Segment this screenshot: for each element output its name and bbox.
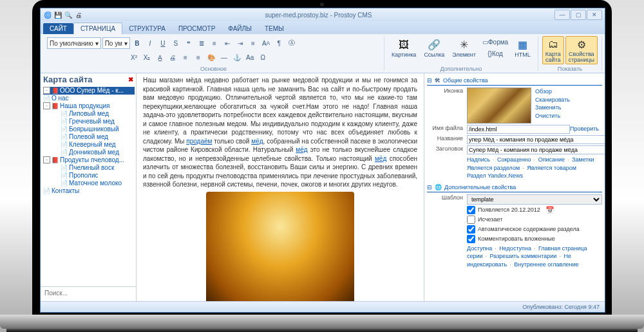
tab-files[interactable]: ФАЙЛЫ <box>222 23 258 34</box>
tree-item[interactable]: 📄Маточное молоко <box>52 180 135 187</box>
align-right-button[interactable]: ≡ <box>193 51 204 63</box>
quote-button[interactable]: ❝ <box>183 37 194 49</box>
content-paragraph[interactable]: Наш магазин мёда недавно работает на рын… <box>143 76 417 189</box>
search-input[interactable] <box>43 289 136 297</box>
collapse-icon[interactable]: ⊟ <box>427 77 432 84</box>
symbol-button[interactable]: Ω <box>257 51 269 63</box>
check-disappears[interactable] <box>467 216 475 224</box>
site-tree[interactable]: -📕ООО Супер Мёд - к...📄О нас-📕Наша проду… <box>41 86 136 286</box>
tab-themes[interactable]: ТЕМЫ <box>258 23 290 34</box>
name-field[interactable] <box>467 135 605 144</box>
print-button[interactable]: 🖨 <box>167 51 178 63</box>
link-avail[interactable]: Доступна <box>467 245 492 252</box>
action-review[interactable]: Обзор <box>535 88 552 95</box>
filename-field[interactable] <box>467 125 570 134</box>
link-is-product[interactable]: Является товаром <box>527 165 576 171</box>
fill-button[interactable]: 🎨 <box>205 51 217 63</box>
check-comment[interactable] <box>467 235 475 243</box>
style-combo[interactable]: По умолчанию▾ <box>47 37 101 49</box>
page-thumbnail[interactable] <box>467 88 531 124</box>
italic-button[interactable]: I <box>144 37 156 49</box>
tab-structure[interactable]: СТРУКТУРА <box>122 23 172 34</box>
tree-item[interactable]: 📄О нас <box>43 95 135 102</box>
insert-link-button[interactable]: 🔗Ссылка <box>421 37 448 59</box>
tab-page[interactable]: СТРАНИЦА <box>73 23 122 34</box>
hr-button[interactable]: — <box>218 51 230 63</box>
format-combo[interactable]: По ум▾ <box>102 37 130 49</box>
tree-item[interactable]: 📄Прополис <box>52 172 135 180</box>
expand-icon[interactable]: - <box>43 102 50 109</box>
action-replace[interactable]: Заменить <box>535 104 561 111</box>
paragraph-button[interactable]: ¶ <box>273 37 285 49</box>
qa-print-icon[interactable]: 🖨 <box>74 10 83 19</box>
tree-item[interactable]: 📄Полевой мед <box>52 133 135 141</box>
insert-html-button[interactable]: ▦HTML <box>511 37 534 59</box>
tab-site[interactable]: САЙТ <box>43 23 73 34</box>
tree-item[interactable]: 📄Липовый мед <box>52 110 135 118</box>
window-close[interactable]: ✕ <box>587 10 602 20</box>
insert-picture-button[interactable]: 🖼Картинка <box>388 37 419 59</box>
tree-item[interactable]: -📕Продукты пчеловод... <box>43 156 135 164</box>
content-image[interactable] <box>206 192 354 302</box>
qa-preview-icon[interactable]: 🔍 <box>64 10 73 19</box>
show-properties-button[interactable]: ⚙Свойства страницы <box>565 36 598 64</box>
expand-icon[interactable]: - <box>43 87 50 94</box>
close-icon[interactable]: ✖ <box>128 76 133 83</box>
clear-button[interactable]: Ⓐ <box>286 37 298 49</box>
link-internal[interactable]: Внутреннее оглавление <box>514 261 578 268</box>
section-common[interactable]: ⊟ 🛠 Общие свойства <box>427 76 602 86</box>
sup-button[interactable]: X² <box>128 51 140 63</box>
tab-view[interactable]: ПРОСМОТР <box>172 23 222 34</box>
tree-item[interactable]: 📄Донниковый мед <box>52 149 135 156</box>
link-caption[interactable]: Надпись <box>467 156 490 163</box>
section-more[interactable]: ⊟ 🌐 Дополнительные свойства <box>427 183 602 192</box>
window-maximize[interactable]: ▢ <box>571 10 586 20</box>
content-editor[interactable]: Наш магазин мёда недавно работает на рын… <box>137 73 424 301</box>
check-appears[interactable] <box>467 206 475 214</box>
tree-item[interactable]: 📄Пчелиный воск <box>52 164 135 172</box>
action-scan[interactable]: Сканировать <box>535 97 570 103</box>
link-notes[interactable]: Заметки <box>572 156 594 163</box>
align-center-button[interactable]: ≡ <box>180 51 191 63</box>
calendar-icon[interactable]: 📅 <box>545 206 554 214</box>
link-series[interactable]: серии <box>467 253 483 259</box>
link-short[interactable]: Сокращенно <box>497 156 531 163</box>
tree-item[interactable]: 📄Контакты <box>43 187 135 195</box>
tree-item[interactable]: 📄Боярышниковый <box>52 125 135 133</box>
font-color-button[interactable]: A̲ <box>154 51 166 63</box>
strike-button[interactable]: S <box>170 37 182 49</box>
collapse-icon[interactable]: ⊟ <box>427 184 432 190</box>
action-check[interactable]: Проверить <box>570 125 599 132</box>
outdent-button[interactable]: ⇤ <box>222 37 233 49</box>
link-allowcomm[interactable]: Разрешить комментарии <box>490 253 557 259</box>
link-unavail[interactable]: Недоступна <box>499 245 531 252</box>
qa-save-icon[interactable]: 💾 <box>53 10 62 19</box>
ordered-list-button[interactable]: ≡ <box>209 37 220 49</box>
anchor-button[interactable]: ⚓ <box>231 51 243 63</box>
bold-button[interactable]: B <box>131 37 143 49</box>
tree-item[interactable]: 📄Гречневый мед <box>52 118 135 125</box>
case-button[interactable]: Aa <box>244 51 256 63</box>
link-is-section[interactable]: Является разделом <box>467 165 520 171</box>
underline-button[interactable]: U <box>157 37 169 49</box>
show-sitemap-button[interactable]: 🗂Карта сайта <box>542 36 564 64</box>
unordered-list-button[interactable]: ≣ <box>196 37 207 49</box>
tree-item[interactable]: 📄Клеверный мед <box>52 141 135 149</box>
expand-icon[interactable]: - <box>43 156 50 163</box>
window-minimize[interactable]: — <box>554 10 570 20</box>
template-select[interactable]: template <box>467 194 602 205</box>
link-yandex[interactable]: Раздел Yandex.News <box>467 172 523 179</box>
insert-form-button[interactable]: ▭ Форма <box>480 36 510 48</box>
title-field[interactable] <box>467 145 605 154</box>
sub-button[interactable]: X₂ <box>141 51 153 63</box>
check-autocontent[interactable] <box>467 225 475 234</box>
link-main[interactable]: Главная страница <box>538 245 587 252</box>
link-descr[interactable]: Описание <box>538 156 565 163</box>
tree-item[interactable]: -📕Наша продукция <box>43 102 135 110</box>
insert-code-button[interactable]: {} Код <box>480 48 510 59</box>
insert-element-button[interactable]: ✳Элемент <box>449 37 479 59</box>
tree-item[interactable]: -📕ООО Супер Мёд - к... <box>43 87 135 95</box>
indent-button[interactable]: ⇥ <box>234 37 246 49</box>
align-left-button[interactable]: ≡ <box>247 37 259 49</box>
font-size-button[interactable]: AA <box>260 37 272 49</box>
